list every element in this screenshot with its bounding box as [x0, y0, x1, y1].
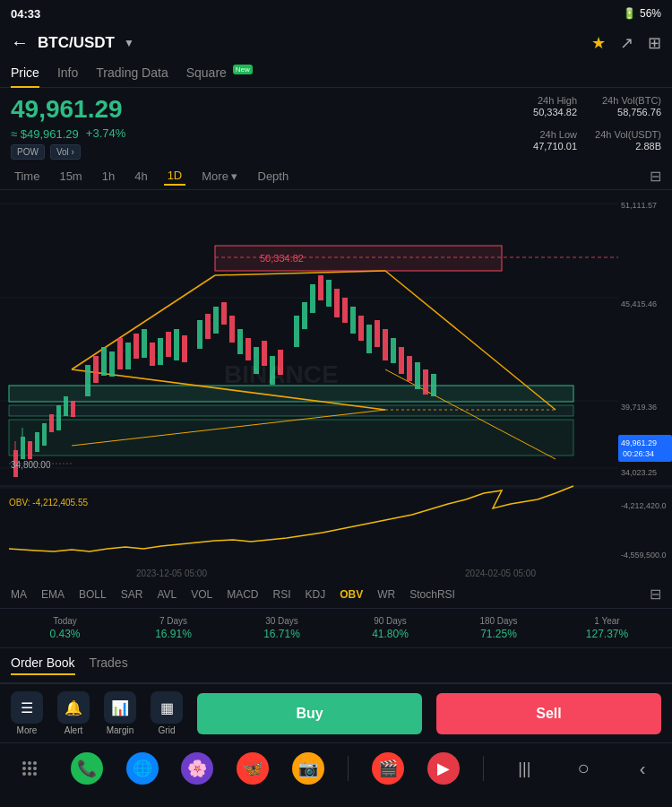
- alert-button[interactable]: 🔔 Alert: [57, 691, 90, 735]
- ind-obv[interactable]: OBV: [340, 588, 363, 601]
- change-pct: +3.74%: [86, 126, 125, 140]
- tf-depth[interactable]: Depth: [254, 168, 293, 185]
- price-section: 49,961.29 ≈ $49,961.29 +3.74% POW Vol › …: [0, 88, 672, 163]
- favorite-icon[interactable]: ★: [591, 33, 606, 53]
- status-right: 🔋 56%: [623, 7, 661, 20]
- buy-button[interactable]: Buy: [197, 693, 422, 734]
- pair-dropdown-icon[interactable]: ▼: [124, 37, 134, 49]
- svg-text:00:26:34: 00:26:34: [623, 449, 654, 458]
- grid-icon[interactable]: ⊞: [648, 33, 661, 53]
- ind-ma[interactable]: MA: [11, 588, 27, 601]
- app5-icon[interactable]: 📷: [292, 752, 324, 785]
- chart-area[interactable]: 50,334.82: [0, 190, 672, 567]
- browser-app-icon[interactable]: 🌐: [126, 752, 159, 785]
- svg-text:39,719.36: 39,719.36: [621, 403, 657, 412]
- more-label: More: [17, 725, 38, 735]
- svg-rect-61: [350, 307, 356, 334]
- tab-info[interactable]: Info: [57, 58, 78, 87]
- app3-icon[interactable]: 🌸: [181, 752, 213, 785]
- tab-orderbook[interactable]: Order Book: [11, 655, 75, 675]
- timeframe-bar: Time 15m 1h 4h 1D More ▾ Depth ⊟: [0, 163, 672, 190]
- ind-stochrsi[interactable]: StochRSI: [409, 588, 455, 601]
- high24-label: 24h High: [511, 95, 577, 106]
- perf-7d: 7 Days 16.91%: [119, 616, 228, 640]
- sell-button[interactable]: Sell: [436, 693, 661, 734]
- tab-trading[interactable]: Trading Data: [96, 58, 168, 87]
- tf-15m[interactable]: 15m: [56, 168, 85, 185]
- svg-rect-43: [197, 320, 202, 349]
- volbtc-value: 58,756.76: [595, 107, 661, 117]
- svg-rect-66: [391, 338, 396, 363]
- recents-button[interactable]: |||: [506, 751, 542, 786]
- svg-rect-25: [42, 423, 47, 446]
- back-button[interactable]: ←: [11, 32, 29, 53]
- grid-btn-icon: ▦: [151, 691, 183, 724]
- ind-vol[interactable]: VOL: [191, 588, 212, 601]
- home-button[interactable]: ○: [565, 751, 601, 786]
- tf-settings-icon[interactable]: ⊟: [650, 168, 661, 185]
- grid-button[interactable]: ▦ Grid: [151, 691, 183, 735]
- alert-label: Alert: [65, 725, 83, 735]
- app6-icon[interactable]: 🎬: [372, 752, 404, 785]
- svg-rect-35: [125, 343, 131, 369]
- perf-today: Today 0.43%: [11, 616, 119, 640]
- svg-rect-64: [375, 320, 380, 347]
- svg-rect-33: [109, 351, 115, 377]
- svg-point-92: [33, 767, 37, 770]
- svg-rect-68: [407, 356, 412, 381]
- ind-ema[interactable]: EMA: [41, 588, 65, 601]
- ind-kdj[interactable]: KDJ: [306, 588, 326, 601]
- svg-rect-41: [174, 329, 179, 360]
- vol-badge[interactable]: Vol ›: [50, 144, 81, 160]
- svg-rect-29: [71, 401, 75, 417]
- tab-square[interactable]: Square New: [186, 58, 253, 87]
- ind-avl[interactable]: AVL: [157, 588, 177, 601]
- header: ← BTC/USDT ▼ ★ ↗ ⊞: [0, 27, 672, 58]
- ind-sar[interactable]: SAR: [121, 588, 143, 601]
- app-grid-icon[interactable]: [12, 751, 47, 786]
- tf-4h[interactable]: 4h: [131, 168, 151, 185]
- header-actions: ★ ↗ ⊞: [591, 33, 661, 53]
- app4-icon[interactable]: 🦋: [237, 752, 269, 785]
- volusdt-value: 2.88B: [595, 141, 661, 152]
- tf-1h[interactable]: 1h: [99, 168, 118, 185]
- ind-boll[interactable]: BOLL: [79, 588, 107, 601]
- svg-rect-24: [35, 432, 39, 452]
- order-tabs: Order Book Trades: [0, 648, 672, 683]
- svg-rect-23: [28, 441, 32, 459]
- low24-value: 47,710.01: [511, 141, 577, 152]
- pow-badge[interactable]: POW: [11, 144, 45, 160]
- svg-text:51,111.57: 51,111.57: [621, 201, 657, 210]
- tab-trades[interactable]: Trades: [90, 655, 128, 675]
- svg-rect-69: [415, 362, 420, 389]
- svg-point-95: [33, 772, 37, 776]
- svg-text:BINANCE: BINANCE: [224, 360, 339, 388]
- ind-rsi[interactable]: RSI: [273, 588, 291, 601]
- ind-settings-icon[interactable]: ⊟: [650, 586, 661, 603]
- svg-rect-40: [166, 332, 171, 357]
- usd-price: ≈ $49,961.29: [11, 127, 79, 141]
- ind-wr[interactable]: WR: [377, 588, 395, 601]
- svg-rect-42: [182, 335, 187, 362]
- svg-text:-4,212,420.0: -4,212,420.0: [621, 501, 667, 510]
- svg-rect-27: [56, 405, 61, 430]
- volbtc-label: 24h Vol(BTC): [595, 95, 661, 106]
- svg-rect-82: [0, 488, 672, 567]
- margin-button[interactable]: 📊 Margin: [104, 691, 136, 735]
- perf-180d: 180 Days 71.25%: [444, 616, 553, 640]
- svg-rect-28: [64, 396, 68, 416]
- badge-row: POW Vol ›: [11, 144, 511, 160]
- ind-macd[interactable]: MACD: [227, 588, 258, 601]
- tf-1d[interactable]: 1D: [164, 167, 186, 186]
- share-icon[interactable]: ↗: [620, 33, 633, 53]
- phone-app-icon[interactable]: 📞: [71, 752, 103, 785]
- back-nav-button[interactable]: ‹: [625, 751, 660, 786]
- tab-price[interactable]: Price: [11, 58, 39, 87]
- tf-time[interactable]: Time: [11, 168, 43, 185]
- svg-text:-4,559,500.0: -4,559,500.0: [621, 551, 667, 560]
- svg-rect-34: [117, 338, 123, 369]
- app7-icon[interactable]: ▶: [427, 752, 460, 785]
- more-button[interactable]: ☰ More: [11, 691, 43, 735]
- svg-text:49,961.29: 49,961.29: [621, 438, 657, 447]
- tf-more[interactable]: More ▾: [198, 168, 241, 185]
